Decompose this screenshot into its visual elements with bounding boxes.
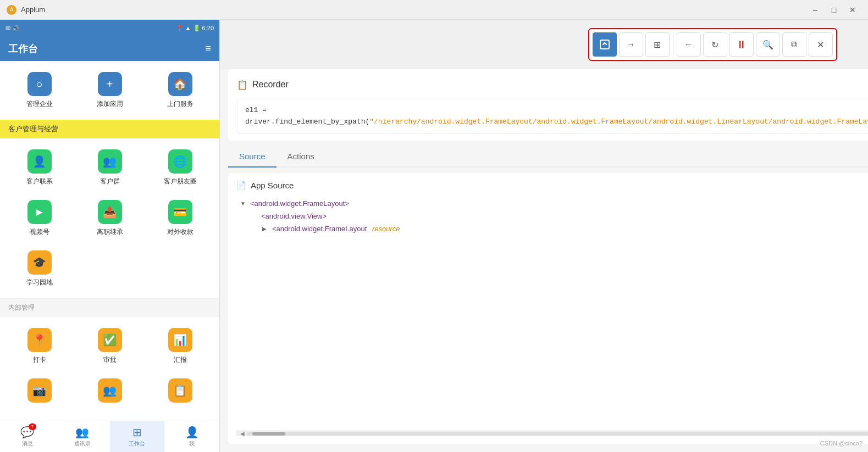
- app-title: Appium: [21, 5, 45, 14]
- app-icon-doc: 📋: [168, 378, 192, 403]
- app-label: 管理企业: [26, 99, 53, 109]
- tree-node-label: <android.widget.FrameLayout>: [250, 199, 349, 208]
- title-bar-left: A Appium: [7, 5, 45, 15]
- app-grid-customer: 👤 客户联系 👥 客户群 🌐 客户朋友圈 ▶ 视频号 📤 离职继承 💳 对: [0, 138, 219, 298]
- app-icon-contact: 👤: [27, 149, 52, 174]
- app-icon-clock: 📍: [27, 328, 52, 352]
- list-item[interactable]: + 添加应用: [76, 66, 143, 114]
- list-item[interactable]: 📍 打卡: [5, 322, 73, 370]
- app-label: 对外收款: [167, 227, 193, 237]
- tree-item[interactable]: <android.view.View>: [247, 210, 868, 222]
- app-icon-video: ▶: [27, 200, 52, 224]
- app-label: 上门服务: [167, 99, 193, 109]
- nav-label-contacts: 通讯录: [74, 440, 91, 448]
- window-controls: – □ ✕: [806, 2, 861, 18]
- list-item[interactable]: 👥: [76, 373, 143, 411]
- close-session-button[interactable]: ✕: [809, 32, 833, 57]
- watermark: CSDN @cinco?: [820, 440, 863, 447]
- app-icon-circle: 🌐: [168, 149, 192, 174]
- tree-item[interactable]: ▼ <android.widget.FrameLayout>: [236, 197, 868, 210]
- contacts-icon: 👥: [75, 426, 89, 439]
- tree-item[interactable]: ▶ <android.widget.FrameLayout resource: [258, 222, 868, 235]
- nav-item-workbench[interactable]: ⊞ 工作台: [110, 421, 165, 452]
- toolbar-area: → ⊞ ← ↻ ⏸ 🔍 ⧉ ✕: [220, 20, 868, 69]
- app-source-title-text: App Source: [251, 181, 294, 190]
- list-item[interactable]: ▶ 视频号: [5, 194, 73, 242]
- app-icon-resign: 📤: [98, 200, 122, 224]
- refresh-button[interactable]: ↻: [703, 32, 727, 57]
- list-item[interactable]: 👥 客户群: [76, 144, 143, 192]
- app-label: 客户联系: [26, 177, 53, 186]
- workbench-icon: ⊞: [132, 426, 142, 439]
- list-item[interactable]: 💳 对外收款: [146, 194, 214, 242]
- phone-header: 工作台 ≡: [0, 36, 219, 61]
- status-right-icons: 📍 ▲ 🔋 6:20: [176, 25, 214, 32]
- maximize-button[interactable]: □: [825, 2, 843, 18]
- recorder-icon: 📋: [237, 80, 248, 90]
- list-item[interactable]: ○ 管理企业: [5, 66, 73, 114]
- tree-arrow-icon: ▼: [240, 200, 247, 207]
- phone-menu-icon: ≡: [205, 43, 211, 54]
- title-bar: A Appium – □ ✕: [0, 0, 868, 20]
- list-item[interactable]: 📤 离职继承: [76, 194, 143, 242]
- app-source-icon: 📄: [236, 181, 246, 191]
- app-source-panel: 📄 App Source ▼ <android.widget.FrameLayo…: [228, 173, 868, 444]
- copy-button[interactable]: ⧉: [782, 32, 806, 57]
- recorder-title: 📋 Recorder: [237, 80, 289, 90]
- list-item[interactable]: 👤 客户联系: [5, 144, 73, 192]
- back-button[interactable]: ←: [677, 32, 701, 57]
- tree-resource-label: resource: [372, 225, 400, 233]
- swipe-button[interactable]: →: [619, 32, 643, 57]
- internal-section-label: 内部管理: [0, 298, 219, 317]
- list-item[interactable]: 🌐 客户朋友圈: [146, 144, 214, 192]
- horizontal-scrollbar[interactable]: ◀ ▶: [236, 431, 868, 436]
- list-item[interactable]: ✅ 审批: [76, 322, 143, 370]
- svg-rect-0: [600, 40, 609, 49]
- tree-node-label: <android.view.View>: [261, 212, 327, 220]
- app-icon-manage: ○: [27, 72, 52, 96]
- nav-item-me[interactable]: 👤 我: [164, 421, 219, 452]
- list-item[interactable]: 🎓 学习园地: [5, 245, 73, 293]
- list-item[interactable]: 📷: [5, 373, 73, 411]
- nav-item-messages[interactable]: 💬 7 消息: [0, 421, 55, 452]
- app-icon-payment: 💳: [168, 200, 192, 224]
- app-icon-service: 🏠: [168, 72, 192, 96]
- app-label: 视频号: [30, 227, 49, 237]
- nav-item-contacts[interactable]: 👥 通讯录: [55, 421, 110, 452]
- recorder-title-text: Recorder: [252, 80, 289, 90]
- app-grid-internal: 📍 打卡 ✅ 审批 📊 汇报 📷 👥 📋: [0, 317, 219, 417]
- main-toolbar: → ⊞ ← ↻ ⏸ 🔍 ⧉ ✕: [588, 28, 837, 61]
- main-area: ✉ 🔊 📍 ▲ 🔋 6:20 工作台 ≡ ○ 管理企业 + 添加应用 🏠 上门服…: [0, 20, 868, 452]
- scroll-thumb: [252, 432, 285, 436]
- scroll-left-arrow[interactable]: ◀: [238, 431, 247, 437]
- status-left-icons: ✉ 🔊: [5, 25, 20, 32]
- tab-source[interactable]: Source: [228, 146, 277, 168]
- pause-button[interactable]: ⏸: [729, 32, 754, 57]
- app-label: 审批: [103, 355, 117, 365]
- app-logo: A: [7, 5, 16, 15]
- tab-actions[interactable]: Actions: [277, 146, 325, 168]
- tap-coordinate-button[interactable]: ⊞: [645, 32, 670, 57]
- app-label: 打卡: [33, 355, 46, 365]
- app-icon-group: 👥: [98, 149, 122, 174]
- list-item[interactable]: 📊 汇报: [146, 322, 214, 370]
- app-icon-approve: ✅: [98, 328, 122, 352]
- minimize-button[interactable]: –: [806, 2, 824, 18]
- search-button[interactable]: 🔍: [756, 32, 780, 57]
- app-label: 汇报: [174, 355, 187, 365]
- toolbar-divider: [673, 35, 673, 54]
- list-item[interactable]: 📋: [146, 373, 214, 411]
- phone-title: 工作台: [8, 42, 38, 55]
- source-tree-scroll[interactable]: ▼ <android.widget.FrameLayout> <android.…: [236, 197, 868, 431]
- app-icon-report: 📊: [168, 328, 192, 352]
- app-icon-team: 👥: [98, 378, 122, 403]
- recorder-section: 📋 Recorder Python Java JavaScript Ruby C…: [228, 69, 868, 141]
- bottom-navigation: 💬 7 消息 👥 通讯录 ⊞ 工作台 👤 我: [0, 421, 219, 452]
- select-elements-button[interactable]: [593, 32, 617, 57]
- app-source-title: 📄 App Source: [236, 181, 868, 191]
- app-label: 学习园地: [26, 278, 53, 287]
- app-label: 添加应用: [97, 99, 123, 109]
- list-item[interactable]: 🏠 上门服务: [146, 66, 214, 114]
- me-icon: 👤: [185, 426, 199, 439]
- close-button[interactable]: ✕: [844, 2, 861, 18]
